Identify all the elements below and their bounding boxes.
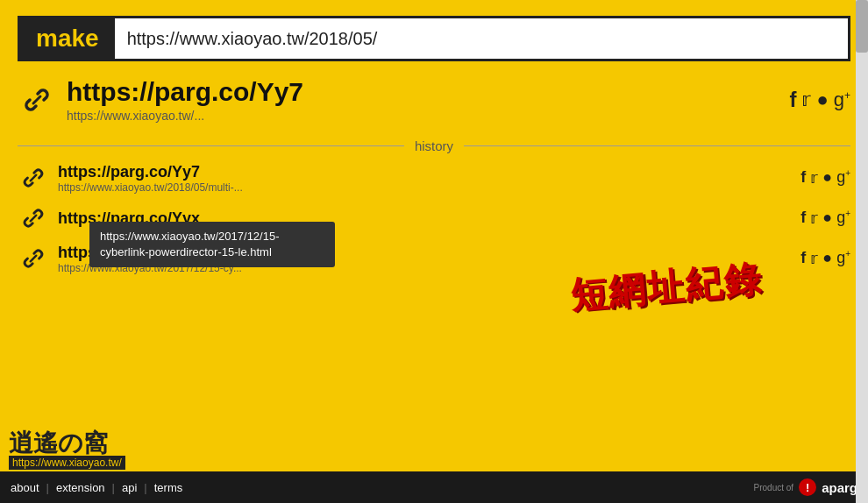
facebook-icon[interactable]: f (800, 249, 806, 268)
googleplus-icon[interactable]: g+ (834, 89, 850, 111)
twitter-icon[interactable]: 𝕣 (810, 249, 818, 268)
result-area: https://parg.co/Yy7 https://www.xiaoyao.… (18, 77, 850, 123)
watermark-url: https://www.xiaoyao.tw/ (9, 456, 125, 470)
watermark-logo: 逍遙の窩 (9, 431, 108, 456)
watermark: 逍遙の窩 https://www.xiaoyao.tw/ (9, 431, 125, 470)
scrollbar-thumb[interactable] (856, 0, 868, 53)
link-icon (18, 162, 49, 194)
footer-brand: Product of ! aparg (754, 478, 857, 496)
googleplus-icon[interactable]: g+ (836, 249, 850, 268)
history-long-url: https://www.xiaoyao.tw/2018/05/multi-... (58, 181, 792, 194)
footer-brand-name: aparg (822, 480, 857, 495)
link-icon (18, 202, 49, 234)
history-social-icons: f 𝕣 ● g+ (800, 168, 850, 188)
footer: about | extension | api | terms Product … (0, 471, 868, 503)
short-url-main[interactable]: https://parg.co/Yy7 (67, 77, 779, 107)
exclamation-icon: ! (799, 478, 816, 496)
footer-sep2: | (112, 481, 115, 494)
footer-brand-small: Product of (754, 483, 794, 492)
link-icon (18, 81, 56, 119)
pinterest-icon[interactable]: ● (822, 209, 832, 228)
footer-sep3: | (144, 481, 146, 494)
history-social-icons: f 𝕣 ● g+ (800, 209, 850, 228)
history-social-icons: f 𝕣 ● g+ (800, 249, 850, 268)
pinterest-icon[interactable]: ● (822, 168, 832, 188)
history-item-links: https://parg.co/Yy7 https://www.xiaoyao.… (58, 163, 792, 194)
history-item: https://parg.co/Yyx https://www.xiaoyao.… (18, 202, 850, 234)
pinterest-icon[interactable]: ● (816, 89, 828, 111)
facebook-icon[interactable]: f (789, 88, 796, 112)
make-label: make (20, 18, 115, 59)
url-input[interactable] (115, 18, 848, 59)
long-url-sub: https://www.xiaoyao.tw/... (67, 109, 779, 123)
twitter-icon[interactable]: 𝕣 (810, 209, 818, 228)
footer-about[interactable]: about (11, 481, 39, 494)
footer-terms[interactable]: terms (154, 481, 183, 494)
history-item-links: https://parg.co/Yyx (58, 209, 792, 228)
googleplus-icon[interactable]: g+ (836, 168, 850, 188)
facebook-icon[interactable]: f (800, 168, 806, 188)
history-short-url[interactable]: https://parg.co/Yy1 (58, 244, 792, 262)
divider-right (464, 145, 850, 146)
facebook-icon[interactable]: f (800, 209, 806, 228)
result-links: https://parg.co/Yy7 https://www.xiaoyao.… (67, 77, 779, 123)
footer-sep1: | (46, 481, 49, 494)
scrollbar-track (856, 0, 868, 503)
pinterest-icon[interactable]: ● (822, 249, 832, 268)
history-label: history (415, 138, 453, 153)
twitter-icon[interactable]: 𝕣 (801, 89, 811, 111)
history-divider: history (18, 138, 850, 153)
history-item: https://parg.co/Yy7 https://www.xiaoyao.… (18, 162, 850, 194)
link-icon (18, 243, 49, 274)
history-short-url[interactable]: https://parg.co/Yy7 (58, 163, 792, 181)
googleplus-icon[interactable]: g+ (836, 209, 850, 228)
url-shortener-form: make (18, 16, 850, 61)
footer-api[interactable]: api (122, 481, 137, 494)
result-social-icons: f 𝕣 ● g+ (789, 88, 850, 112)
history-short-url[interactable]: https://parg.co/Yyx (58, 209, 792, 228)
twitter-icon[interactable]: 𝕣 (810, 168, 818, 188)
footer-extension[interactable]: extension (56, 481, 105, 494)
divider-left (18, 145, 404, 146)
